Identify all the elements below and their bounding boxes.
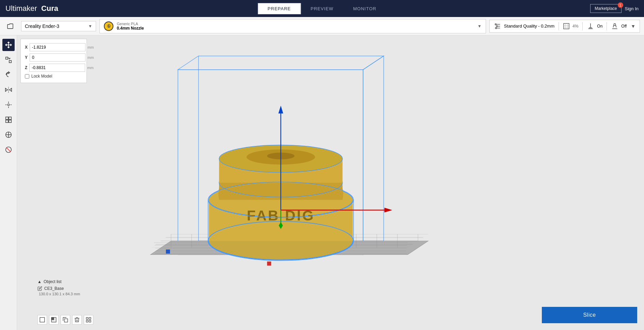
svg-rect-85 (89, 320, 91, 322)
marketplace-badge: 1 (618, 2, 623, 8)
printer-selector[interactable]: Creality Ender-3 ▼ (21, 21, 96, 31)
mirror-tool[interactable] (2, 84, 15, 96)
per-model-tool[interactable] (2, 129, 15, 141)
svg-marker-26 (178, 56, 383, 69)
svg-rect-19 (9, 120, 11, 122)
svg-rect-83 (89, 317, 91, 319)
slice-button[interactable]: Slice (542, 307, 637, 323)
viewport[interactable]: FAB DIG (17, 35, 644, 330)
svg-marker-71 (278, 105, 283, 113)
print-settings-panel[interactable]: Standard Quality - 0.2mm 4% On Off ▼ (489, 20, 640, 33)
material-dropdown-arrow: ▼ (477, 24, 482, 29)
settings-chevron: ▼ (631, 23, 635, 29)
svg-point-3 (495, 23, 497, 25)
main-area: X mm Y mm Z mm Lock Model (0, 35, 644, 330)
object-list-header[interactable]: ▲ Object list (37, 279, 80, 284)
toolbar: Creality Ender-3 ▼ ① Generic PLA 0.4mm N… (0, 17, 644, 35)
x-coord-row: X mm (25, 43, 82, 51)
rotate-tool[interactable] (2, 69, 15, 81)
y-input[interactable] (30, 53, 85, 62)
material-selector[interactable]: ① Generic PLA 0.4mm Nozzle ▼ (99, 19, 486, 33)
svg-rect-81 (64, 319, 68, 322)
snap-tool[interactable] (2, 99, 15, 111)
svg-point-5 (495, 27, 497, 29)
nav-tabs: PREPARE PREVIEW MONITOR (258, 3, 386, 14)
material-info: Generic PLA 0.4mm Nozzle (117, 22, 144, 31)
z-input[interactable] (29, 64, 85, 72)
view-mode-icons (37, 315, 93, 325)
settings-divider (559, 22, 559, 30)
svg-rect-17 (9, 117, 11, 119)
object-dimensions: 130.0 x 130.1 x 84.3 mm (39, 292, 80, 296)
view-solid-icon[interactable] (37, 315, 47, 325)
svg-rect-78 (40, 317, 45, 322)
svg-rect-82 (86, 317, 88, 319)
y-unit: mm (88, 55, 94, 60)
object-list-title: Object list (44, 279, 62, 284)
svg-line-24 (6, 148, 11, 152)
settings-divider3 (607, 22, 607, 30)
support-icon (587, 22, 594, 30)
transform-panel: X mm Y mm Z mm Lock Model (20, 39, 87, 83)
y-coord-row: Y mm (25, 53, 82, 62)
svg-rect-12 (5, 57, 7, 59)
z-coord-row: Z mm (25, 64, 82, 72)
support-tool[interactable] (2, 114, 15, 126)
infill-percent: 4% (572, 24, 578, 29)
view-arrange-icon[interactable] (84, 315, 93, 325)
x-input[interactable] (30, 43, 85, 51)
x-unit: mm (88, 45, 94, 49)
lock-model-checkbox[interactable] (25, 74, 29, 79)
logo-cura: Cura (41, 4, 58, 13)
tab-monitor[interactable]: MONITOR (343, 3, 386, 14)
material-nozzle: 0.4mm Nozzle (117, 26, 144, 31)
open-folder-button[interactable] (4, 19, 18, 33)
object-list-chevron: ▲ (37, 279, 42, 284)
svg-rect-18 (5, 120, 8, 122)
printer-name: Creality Ender-3 (25, 23, 86, 29)
settings-icon (494, 22, 501, 30)
object-list: ▲ Object list CE3_Base 130.0 x 130.1 x 8… (37, 279, 80, 296)
scale-tool[interactable] (2, 54, 15, 66)
svg-rect-16 (5, 117, 8, 119)
header: Ultimaker Cura PREPARE PREVIEW MONITOR M… (0, 0, 644, 17)
view-delete-icon[interactable] (72, 315, 82, 325)
view-copy-icon[interactable] (61, 315, 70, 325)
svg-marker-73 (384, 208, 392, 213)
infill-icon (563, 23, 570, 30)
header-right: Marketplace 1 Sign In (590, 4, 639, 13)
support-blocker-tool[interactable] (2, 144, 15, 156)
z-unit: mm (87, 66, 93, 70)
svg-rect-76 (166, 249, 170, 253)
marketplace-label: Marketplace (595, 6, 617, 11)
3d-scene: FAB DIG (17, 35, 644, 330)
adhesion-icon (611, 22, 618, 30)
lock-model-row: Lock Model (25, 74, 82, 79)
material-name: Generic PLA (117, 22, 144, 26)
logo-ultimaker: Ultimaker (5, 4, 37, 13)
printer-dropdown-arrow: ▼ (88, 24, 92, 29)
svg-point-15 (7, 104, 10, 106)
svg-marker-27 (363, 56, 383, 254)
tab-preview[interactable]: PREVIEW (301, 3, 343, 14)
edit-icon (37, 286, 42, 291)
app-logo: Ultimaker Cura (5, 4, 58, 13)
svg-rect-84 (86, 320, 88, 322)
view-wireframe-icon[interactable] (49, 315, 59, 325)
adhesion-off-label: Off (621, 24, 627, 29)
svg-rect-77 (267, 262, 271, 266)
tab-prepare[interactable]: PREPARE (258, 3, 301, 14)
settings-divider2 (582, 22, 583, 30)
lock-model-label: Lock Model (31, 74, 52, 79)
material-icon: ① (104, 21, 113, 31)
object-list-item[interactable]: CE3_Base (37, 286, 80, 291)
signin-button[interactable]: Sign In (625, 6, 639, 11)
move-tool[interactable] (2, 39, 15, 51)
x-label: X (25, 45, 28, 50)
z-label: Z (25, 65, 27, 70)
marketplace-button[interactable]: Marketplace 1 (590, 4, 621, 13)
svg-point-4 (496, 26, 498, 27)
support-on-label: On (597, 24, 602, 29)
svg-rect-80 (51, 317, 54, 320)
svg-rect-6 (564, 23, 569, 29)
